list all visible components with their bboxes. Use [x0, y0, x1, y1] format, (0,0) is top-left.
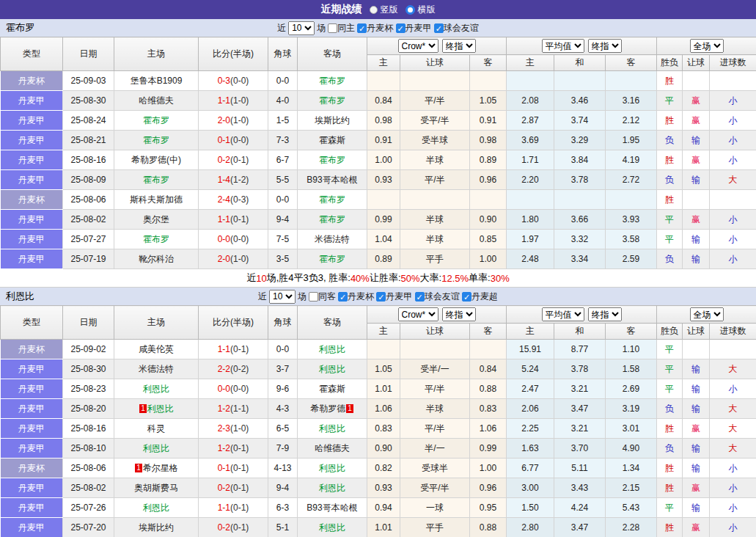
avg-away-cell: 5.43 — [606, 498, 657, 518]
league-checkbox-icon[interactable]: ✓ — [434, 23, 444, 33]
average-select[interactable]: 平均值 — [542, 39, 584, 53]
same-venue-checkbox-icon[interactable] — [328, 23, 337, 33]
bookmaker-group: Crow* 终指 — [367, 306, 507, 324]
radio-horizontal-icon[interactable] — [405, 5, 415, 15]
date-cell: 25-07-19 — [63, 249, 114, 269]
same-venue-filter[interactable]: 同客 — [309, 291, 336, 303]
league-cell: 丹麦甲 — [1, 131, 63, 150]
home-team-cell: 咸美伦英 — [114, 340, 199, 359]
summary-stat-value: 10 — [256, 273, 266, 284]
avg-draw-cell: 3.66 — [554, 210, 606, 230]
same-venue-label: 同主 — [337, 22, 355, 34]
avg-home-cell: 6.77 — [507, 459, 554, 478]
league-filter[interactable]: ✓ 球会友谊 — [415, 291, 460, 303]
home-team-cell: 奥胡斯费马 — [114, 478, 199, 498]
result-cell: 平 — [657, 210, 683, 230]
odds-home-cell: 0.84 — [367, 91, 400, 111]
col-odds-handicap: 让球 — [400, 324, 470, 340]
corner-cell: 4-3 — [268, 399, 298, 419]
same-venue-checkbox-icon[interactable] — [309, 292, 318, 302]
league-cell: 丹麦甲 — [1, 359, 63, 379]
away-team-cell: 利恩比 — [298, 478, 367, 498]
matches-label: 场 — [298, 291, 307, 303]
radio-vertical-option[interactable]: 竖版 — [370, 4, 398, 16]
home-team-cell: 1希尔星格 — [114, 459, 199, 478]
final-odds-select[interactable]: 终指 — [442, 39, 476, 53]
odds-home-cell: 0.90 — [367, 439, 400, 459]
corner-cell: 0-0 — [268, 190, 298, 210]
home-team-cell: 霍布罗 — [114, 230, 199, 249]
bookmaker-select[interactable]: Crow* — [398, 307, 438, 321]
match-row: 丹麦甲25-08-30米德法特2-2(0-2)3-7利恩比1.05受半/一0.8… — [1, 359, 756, 379]
avg-home-cell: 2.20 — [507, 170, 554, 190]
final-odds-select[interactable]: 终指 — [442, 307, 476, 321]
radio-vertical-icon[interactable] — [370, 6, 378, 14]
goals-cell: 小 — [710, 249, 756, 269]
col-goals: 进球数 — [710, 324, 756, 340]
match-count-select[interactable]: 10 — [288, 21, 315, 35]
handicap-result-cell — [683, 190, 710, 210]
league-filter[interactable]: ✓ 球会友谊 — [434, 22, 479, 34]
match-count-select[interactable]: 10 — [269, 290, 296, 304]
odds-away-cell — [470, 71, 507, 91]
avg-draw-cell — [554, 71, 606, 91]
same-venue-filter[interactable]: 同主 — [328, 22, 355, 34]
corner-cell: 0-0 — [268, 340, 298, 359]
match-row: 丹麦甲25-08-09霍布罗1-4(1-2)5-5B93哥本哈根0.93平/半0… — [1, 170, 756, 190]
full-match-select[interactable]: 全场 — [690, 307, 724, 321]
match-row: 丹麦甲25-08-30哈维德夫1-1(1-0)4-0霍布罗0.84平/半1.05… — [1, 91, 756, 111]
avg-draw-cell: 3.34 — [554, 249, 606, 269]
corner-cell: 4-0 — [268, 91, 298, 111]
handicap-cell: 受半/一 — [400, 359, 470, 379]
away-team-cell: B93哥本哈根 — [298, 498, 367, 518]
goals-cell: 大 — [710, 359, 756, 379]
final-odds-select-2[interactable]: 终指 — [588, 307, 622, 321]
league-filter[interactable]: ✓ 丹麦甲 — [376, 291, 412, 303]
odds-away-cell: 1.00 — [470, 459, 507, 478]
average-select[interactable]: 平均值 — [542, 307, 584, 321]
league-checkbox-icon[interactable]: ✓ — [415, 292, 425, 302]
league-checkbox-icon[interactable]: ✓ — [396, 23, 405, 33]
league-checkbox-icon[interactable]: ✓ — [462, 292, 471, 302]
score-cell: 1-1(0-1) — [199, 498, 268, 518]
bookmaker-select[interactable]: Crow* — [398, 39, 438, 53]
league-checkbox-icon[interactable]: ✓ — [338, 292, 348, 302]
league-cell: 丹麦甲 — [1, 249, 63, 269]
result-cell: 平 — [657, 230, 683, 249]
avg-home-cell: 1.71 — [507, 150, 554, 170]
avg-away-cell: 3.16 — [606, 91, 657, 111]
league-filter[interactable]: ✓ 丹麦超 — [462, 291, 498, 303]
final-odds-select-2[interactable]: 终指 — [588, 39, 622, 53]
odds-away-cell: 0.89 — [470, 150, 507, 170]
odds-away-cell: 0.91 — [470, 111, 507, 131]
corner-cell: 6-5 — [268, 419, 298, 439]
col-odds-home: 主 — [367, 55, 400, 71]
same-venue-label: 同客 — [318, 291, 336, 303]
league-filter[interactable]: ✓ 丹麦杯 — [338, 291, 374, 303]
league-checkbox-icon[interactable]: ✓ — [376, 292, 386, 302]
corner-cell: 7-3 — [268, 131, 298, 150]
odds-home-cell — [367, 71, 400, 91]
corner-cell: 6-3 — [268, 498, 298, 518]
league-filter[interactable]: ✓ 丹麦甲 — [396, 22, 432, 34]
goals-cell: 小 — [710, 518, 756, 537]
away-team-cell: 希勒罗德1 — [298, 399, 367, 419]
odds-away-cell: 0.85 — [470, 230, 507, 249]
handicap-cell: 受平/半 — [400, 478, 470, 498]
score-cell: 0-2(0-1) — [199, 478, 268, 498]
full-match-select[interactable]: 全场 — [690, 39, 724, 53]
avg-away-cell: 4.19 — [606, 150, 657, 170]
league-checkbox-icon[interactable]: ✓ — [357, 23, 367, 33]
away-team-cell: 利恩比 — [298, 419, 367, 439]
radio-horizontal-option[interactable]: 横版 — [405, 4, 436, 16]
result-cell: 负 — [657, 170, 683, 190]
league-filter[interactable]: ✓ 丹麦杯 — [357, 22, 393, 34]
date-cell: 25-07-27 — [63, 230, 114, 249]
col-goals: 进球数 — [710, 55, 756, 71]
odds-home-cell: 0.83 — [367, 419, 400, 439]
handicap-result-cell: 输 — [683, 439, 710, 459]
league-cell: 丹麦甲 — [1, 498, 63, 518]
away-team-cell: 霍布罗 — [298, 190, 367, 210]
col-avg-draw: 和 — [554, 324, 606, 340]
handicap-cell: 半球 — [400, 399, 470, 419]
